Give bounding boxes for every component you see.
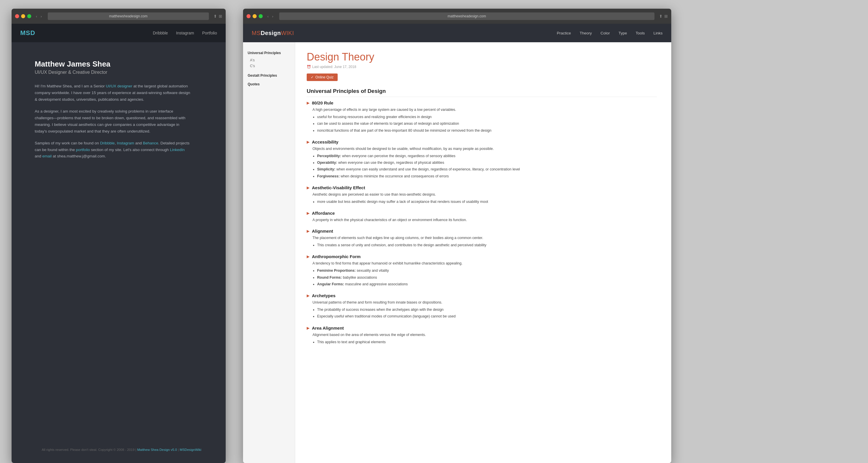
right-minimize-button[interactable]	[253, 14, 257, 18]
principle-archetypes-header[interactable]: ▶ Archetypes	[307, 293, 657, 298]
bio-paragraph-2: As a designer, I am most excited by crea…	[35, 108, 191, 135]
principle-anthropomorphic-header[interactable]: ▶ Anthropomorphic Form	[307, 254, 657, 259]
checkmark-icon: ✓	[311, 75, 314, 79]
bio-paragraph-1: Hi! I'm Matthew Shea, and I am a Senior …	[35, 83, 191, 103]
principle-8020-header[interactable]: ▶ 80/20 Rule	[307, 100, 657, 105]
principle-8020-arrow: ▶	[307, 101, 310, 105]
principle-archetypes-arrow: ▶	[307, 294, 310, 298]
portfolio-name: Matthew James Shea	[35, 60, 208, 69]
right-maximize-button[interactable]	[259, 14, 263, 18]
principle-aesthetic-header[interactable]: ▶ Aesthetic-Visability Effect	[307, 185, 657, 190]
principle-accessibility-name: Accessibility	[312, 140, 339, 145]
share-icon[interactable]: ⬆	[214, 14, 217, 19]
clock-icon: ⏰	[307, 65, 311, 69]
principle-alignment-desc: The placement of elements such that edge…	[312, 235, 657, 241]
portfolio-link[interactable]: portfolio	[76, 148, 90, 152]
url-bar[interactable]: matthewsheadesign.com	[48, 12, 209, 20]
right-nav-buttons: ‹ ›	[266, 13, 275, 19]
close-button[interactable]	[15, 14, 19, 18]
principle-alignment-header[interactable]: ▶ Alignment	[307, 228, 657, 234]
page-title: Design Theory	[307, 51, 657, 63]
right-sidebar: Universal Principles A's C's Gestalt Pri…	[243, 42, 295, 463]
portfolio-job-title: UI/UX Designer & Creative Director	[35, 70, 208, 75]
forward-button[interactable]: ›	[39, 13, 43, 19]
sidebar-quotes-title: Quotes	[248, 82, 290, 86]
left-nav: MSD Dribbble Instagram Portfolio	[11, 24, 226, 42]
principle-8020-desc: A high percentage of effects in any larg…	[312, 107, 657, 113]
principle-affordance-arrow: ▶	[307, 211, 310, 215]
minimize-button[interactable]	[21, 14, 25, 18]
sidebar-link-cs[interactable]: C's	[248, 63, 290, 69]
back-button[interactable]: ‹	[35, 13, 38, 19]
right-browser-chrome: ‹ › matthewsheadesign.com ⬆ ⊞	[243, 9, 671, 24]
nav-tools[interactable]: Tools	[636, 31, 645, 35]
principle-aesthetic-list: more usable but less aesthetic design ma…	[317, 199, 657, 205]
sidebar-section-universal: Universal Principles A's C's	[248, 51, 290, 69]
right-browser-window: ‹ › matthewsheadesign.com ⬆ ⊞ MSDesignWI…	[243, 9, 671, 463]
principle-area-alignment-name: Area Alignment	[312, 326, 344, 331]
footer-wiki-link[interactable]: MSDesignWiki	[180, 448, 202, 452]
left-main: Matthew James Shea UI/UX Designer & Crea…	[11, 42, 226, 463]
instagram-link[interactable]: Instagram	[117, 141, 134, 145]
nav-links[interactable]: Links	[653, 31, 662, 35]
section-title: Universal Principles of Design	[307, 88, 657, 97]
list-item: This creates a sense of unity and cohesi…	[317, 242, 657, 248]
principle-archetypes-name: Archetypes	[312, 293, 336, 298]
last-updated: Last updated: June 17, 2018	[312, 65, 356, 69]
nav-color[interactable]: Color	[600, 31, 610, 35]
page-subtitle: ⏰ Last updated: June 17, 2018	[307, 65, 657, 69]
principle-aesthetic-desc: Aesthetic designs are perceived as easie…	[312, 191, 657, 197]
principle-archetypes-desc: Universal patterns of theme and form res…	[312, 300, 657, 305]
right-main: Design Theory ⏰ Last updated: June 17, 2…	[295, 42, 671, 463]
principle-affordance-desc: A property in which the physical charact…	[312, 217, 657, 223]
sidebar-link-as[interactable]: A's	[248, 57, 290, 63]
principle-archetypes: ▶ Archetypes Universal patterns of theme…	[307, 293, 657, 320]
nav-link-dribbble[interactable]: Dribbble	[153, 31, 168, 35]
nav-practice[interactable]: Practice	[557, 31, 571, 35]
right-url-bar[interactable]: matthewsheadesign.com	[279, 12, 654, 20]
left-logo[interactable]: MSD	[20, 29, 35, 37]
sidebar-universal-title: Universal Principles	[248, 51, 290, 55]
principle-accessibility-arrow: ▶	[307, 140, 310, 144]
right-logo[interactable]: MSDesignWIKI	[252, 30, 294, 36]
list-item: useful for focusing resources and realiz…	[317, 114, 657, 120]
principle-area-alignment-desc: Alignment based on the area of elements …	[312, 332, 657, 338]
dribbble-link[interactable]: Dribbble	[100, 141, 115, 145]
right-url-text: matthewsheadesign.com	[447, 14, 486, 18]
principle-area-alignment-list: This applies to text and graphical eleme…	[317, 339, 657, 345]
traffic-lights	[15, 14, 31, 18]
right-nav-links: Practice Theory Color Type Tools Links	[557, 31, 662, 35]
online-quiz-button[interactable]: ✓ Online Quiz	[307, 73, 338, 81]
principle-affordance-header[interactable]: ▶ Affordance	[307, 211, 657, 216]
principle-anthropomorphic-arrow: ▶	[307, 254, 310, 259]
list-item: Especially useful when traditional modes…	[317, 313, 657, 319]
principle-alignment-list: This creates a sense of unity and cohesi…	[317, 242, 657, 248]
footer-design-link[interactable]: Matthew Shea Design v5.0	[137, 448, 177, 452]
right-share-icon[interactable]: ⬆	[659, 14, 662, 19]
principle-affordance-name: Affordance	[312, 211, 335, 216]
principle-area-alignment-header[interactable]: ▶ Area Alignment	[307, 326, 657, 331]
right-new-tab-icon[interactable]: ⊞	[664, 14, 668, 19]
new-tab-icon[interactable]: ⊞	[219, 14, 222, 19]
principle-accessibility: ▶ Accessibility Objects and environments…	[307, 140, 657, 179]
principle-alignment: ▶ Alignment The placement of elements su…	[307, 228, 657, 248]
maximize-button[interactable]	[27, 14, 31, 18]
right-back-button[interactable]: ‹	[266, 13, 270, 19]
behance-link[interactable]: Behance	[143, 141, 158, 145]
nav-theory[interactable]: Theory	[580, 31, 592, 35]
logo-design: Design	[261, 30, 281, 36]
nav-type[interactable]: Type	[619, 31, 627, 35]
nav-link-instagram[interactable]: Instagram	[176, 31, 194, 35]
right-body: Universal Principles A's C's Gestalt Pri…	[243, 42, 671, 463]
bio-paragraph-3: Samples of my work can be found on Dribb…	[35, 140, 191, 160]
principle-accessibility-header[interactable]: ▶ Accessibility	[307, 140, 657, 145]
list-item: Angular Forms: masculine and aggressive …	[317, 281, 657, 287]
ux-designer-link[interactable]: UI/UX designer	[106, 84, 132, 88]
linkedin-link[interactable]: LinkedIn	[170, 148, 185, 152]
email-link[interactable]: email	[42, 154, 52, 158]
principle-archetypes-list: The probability of success increases whe…	[317, 307, 657, 320]
right-close-button[interactable]	[247, 14, 251, 18]
right-forward-button[interactable]: ›	[271, 13, 274, 19]
nav-link-portfolio[interactable]: Portfolio	[202, 31, 217, 35]
footer-text: All rights reserved. Please don't steal.…	[42, 448, 202, 452]
